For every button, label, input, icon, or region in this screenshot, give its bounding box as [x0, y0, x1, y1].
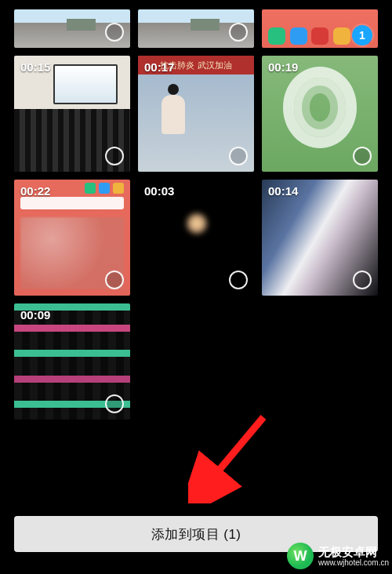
watermark-url: www.wjhotel.com.cn	[318, 558, 389, 568]
media-tile[interactable]: 00:15	[14, 56, 130, 172]
select-ring-icon[interactable]	[353, 147, 372, 165]
select-ring-icon[interactable]	[353, 271, 372, 289]
select-ring-icon[interactable]	[105, 23, 124, 42]
media-tile[interactable]: 00:09	[14, 303, 130, 420]
duration-label: 00:22	[20, 184, 50, 198]
media-tile[interactable]: 1	[262, 9, 378, 48]
select-ring-icon[interactable]	[105, 147, 124, 165]
watermark-title: 无极安卓网	[318, 545, 389, 558]
duration-label: 00:17	[144, 60, 174, 74]
media-tile-empty	[262, 303, 378, 420]
media-tile[interactable]	[14, 9, 130, 48]
media-tile[interactable]: 00:03	[138, 180, 254, 296]
select-ring-icon[interactable]	[229, 147, 248, 165]
media-tile[interactable]: 00:14	[262, 180, 378, 296]
media-grid: 1 00:15 抗击肺炎 武汉加油00:17 00:19 00:22 00:03…	[0, 0, 392, 420]
duration-label: 00:19	[268, 60, 298, 74]
watermark: 无极安卓网 www.wjhotel.com.cn	[287, 543, 389, 569]
selection-badge[interactable]: 1	[352, 25, 372, 45]
select-ring-icon[interactable]	[229, 271, 248, 289]
select-ring-icon[interactable]	[105, 394, 124, 413]
select-ring-icon[interactable]	[229, 23, 248, 42]
watermark-logo-icon	[287, 543, 314, 569]
media-tile[interactable]: 抗击肺炎 武汉加油00:17	[138, 56, 254, 172]
duration-label: 00:15	[20, 60, 50, 74]
svg-line-0	[207, 417, 263, 485]
select-ring-icon[interactable]	[105, 271, 124, 289]
media-tile[interactable]	[138, 9, 254, 48]
media-tile[interactable]: 00:22	[14, 180, 130, 296]
media-tile-empty	[138, 303, 254, 420]
duration-label: 00:03	[144, 184, 174, 198]
annotation-arrow-icon	[188, 409, 274, 503]
media-tile[interactable]: 00:19	[262, 56, 378, 172]
duration-label: 00:09	[20, 308, 50, 322]
duration-label: 00:14	[268, 184, 298, 198]
